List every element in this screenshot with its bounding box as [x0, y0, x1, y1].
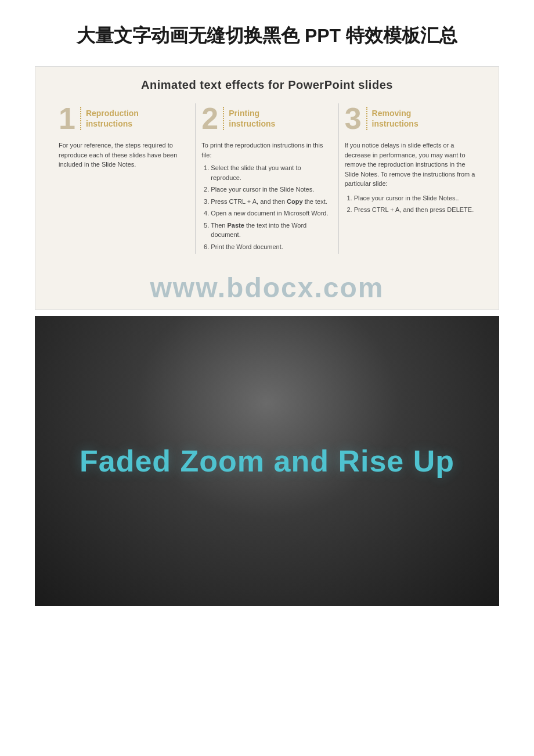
- column2-title: Printing instructions: [229, 108, 275, 129]
- list-item: Place your cursor in the Slide Notes.: [211, 185, 332, 195]
- columns-container: 1 Reproduction instructions For your ref…: [53, 103, 481, 254]
- printing-steps-list: Select the slide that you want to reprod…: [201, 163, 332, 251]
- slide1-title: Animated text effects for PowerPoint sli…: [53, 78, 481, 92]
- column-removing: 3 Removing instructions If you notice de…: [338, 103, 481, 254]
- list-item: Place your cursor in the Slide Notes..: [354, 193, 475, 203]
- column1-header: 1 Reproduction instructions: [59, 103, 189, 134]
- list-item: Press CTRL + A, and then press DELETE.: [354, 205, 475, 215]
- column3-body: If you notice delays in slide effects or…: [345, 141, 475, 215]
- column2-number: 2: [201, 103, 218, 134]
- slide-1: Animated text effects for PowerPoint sli…: [35, 66, 499, 310]
- list-item: Select the slide that you want to reprod…: [211, 163, 332, 182]
- page-title: 大量文字动画无缝切换黑色 PPT 特效模板汇总: [0, 0, 534, 60]
- column-reproduction: 1 Reproduction instructions For your ref…: [53, 103, 195, 254]
- column2-body: To print the reproduction instructions i…: [201, 141, 332, 251]
- watermark: www.bdocx.com: [150, 272, 384, 304]
- column3-title: Removing instructions: [372, 108, 418, 129]
- column1-number: 1: [59, 103, 75, 134]
- list-item: Print the Word document.: [211, 242, 332, 252]
- faded-zoom-title: Faded Zoom and Rise Up: [80, 444, 454, 478]
- column1-title: Reproduction instructions: [86, 108, 139, 129]
- removing-steps-list: Place your cursor in the Slide Notes.. P…: [345, 193, 475, 215]
- column1-body: For your reference, the steps required t…: [59, 141, 189, 170]
- column-printing: 2 Printing instructions To print the rep…: [195, 103, 338, 254]
- list-item: Then Paste the text into the Word docume…: [211, 221, 332, 240]
- column2-header: 2 Printing instructions: [201, 103, 332, 134]
- column2-divider: [223, 107, 224, 130]
- column3-number: 3: [345, 103, 362, 134]
- column1-divider: [80, 107, 81, 130]
- list-item: Open a new document in Microsoft Word.: [211, 208, 332, 218]
- column3-header: 3 Removing instructions: [345, 103, 475, 134]
- list-item: Press CTRL + A, and then Copy the text.: [211, 197, 332, 207]
- slide-2: Faded Zoom and Rise Up: [35, 316, 499, 606]
- column3-divider: [366, 107, 367, 130]
